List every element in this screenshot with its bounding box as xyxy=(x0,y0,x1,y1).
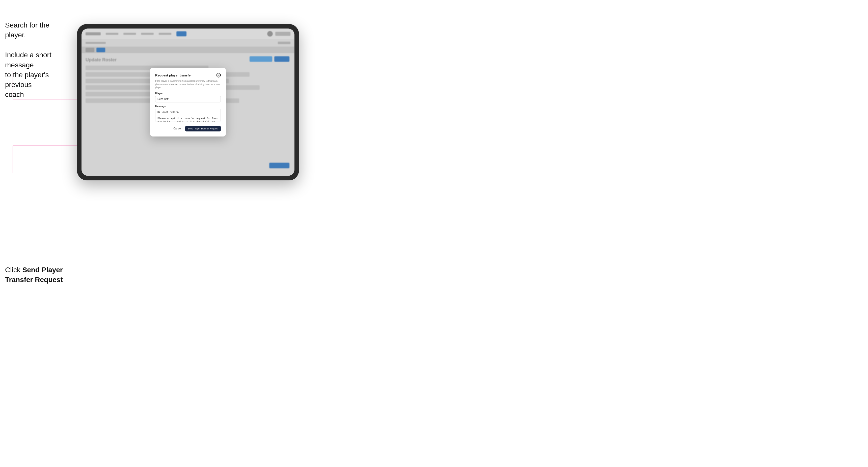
click-instruction: Click Send Player Transfer Request xyxy=(5,265,63,285)
player-input[interactable] xyxy=(155,96,221,102)
arrow-line-vertical-top xyxy=(12,71,13,99)
modal-overlay: Request player transfer × If the player … xyxy=(82,29,294,176)
modal-dialog: Request player transfer × If the player … xyxy=(150,68,226,136)
click-prefix: Click xyxy=(5,266,22,274)
message-field-label: Message xyxy=(155,105,221,108)
modal-actions: Cancel Send Player Transfer Request xyxy=(155,126,221,131)
modal-description: If the player is transferring from anoth… xyxy=(155,80,221,89)
message-instruction: Include a short message to the player's … xyxy=(5,50,71,99)
modal-close-button[interactable]: × xyxy=(216,73,221,77)
message-textarea[interactable]: Hi Coach McHarg, Please accept this tran… xyxy=(155,109,221,122)
tablet-screen: Update Roster Request player transfer × xyxy=(82,29,294,176)
cancel-button[interactable]: Cancel xyxy=(171,126,183,131)
modal-title: Request player transfer xyxy=(155,73,192,77)
send-transfer-request-button[interactable]: Send Player Transfer Request xyxy=(185,126,221,131)
modal-header: Request player transfer × xyxy=(155,73,221,77)
tablet-device: Update Roster Request player transfer × xyxy=(77,24,299,180)
player-field-label: Player xyxy=(155,92,221,95)
search-instruction: Search for the player. xyxy=(5,20,71,40)
arrow-line-vertical-bottom-left xyxy=(12,146,13,173)
